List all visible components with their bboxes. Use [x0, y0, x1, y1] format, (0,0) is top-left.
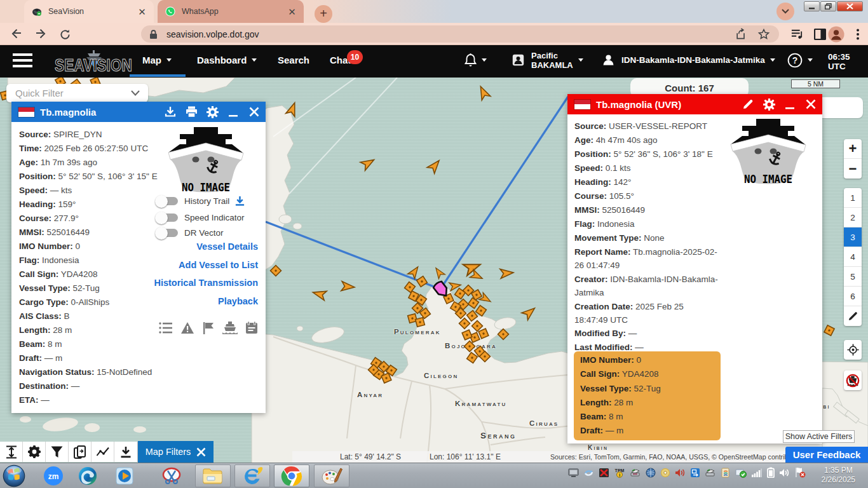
- tray-printer2-icon[interactable]: [705, 468, 716, 478]
- vessel-marker-dia[interactable]: [498, 329, 509, 340]
- tab-close-icon[interactable]: ✕: [287, 6, 297, 17]
- map-filters-tab[interactable]: Map Filters: [138, 441, 214, 463]
- zoom-level-3[interactable]: 3: [844, 227, 862, 247]
- measure-button[interactable]: [0, 442, 23, 462]
- tray-input-icon[interactable]: [690, 468, 700, 478]
- window-close-button[interactable]: [837, 1, 863, 11]
- browser-menu-button[interactable]: [850, 26, 866, 43]
- new-tab-button[interactable]: +: [315, 5, 332, 23]
- forward-button[interactable]: [32, 26, 49, 43]
- popup-header[interactable]: Tb.magnolia (UVR): [567, 94, 822, 114]
- taskbar-wmp[interactable]: [113, 464, 136, 487]
- taskbar-edge[interactable]: [76, 464, 99, 487]
- nav-search[interactable]: Search: [278, 45, 309, 75]
- popup-header[interactable]: Tb.magnolia: [11, 102, 266, 122]
- quick-filter-dropdown[interactable]: Quick Filter: [6, 84, 148, 102]
- tray-globe-icon[interactable]: [646, 468, 656, 478]
- taskbar-ie[interactable]: [234, 464, 270, 487]
- vessel-marker-dia[interactable]: [416, 275, 428, 288]
- nav-map[interactable]: Map: [142, 45, 172, 75]
- vessel-marker-dart[interactable]: [500, 268, 514, 279]
- taskbar-zoom[interactable]: zm: [42, 464, 65, 487]
- taskbar-clock[interactable]: 1:35 PM2/26/2025: [822, 466, 855, 485]
- filter-button[interactable]: [46, 442, 69, 462]
- tray-check-icon[interactable]: [735, 468, 747, 478]
- vessel-marker-dart[interactable]: [286, 101, 299, 116]
- account-menu[interactable]: PacificBAKAMLA: [512, 45, 583, 75]
- tab-whatsapp[interactable]: WhatsApp ✕: [158, 0, 304, 23]
- notes-icon[interactable]: [245, 322, 258, 334]
- user-feedback-button[interactable]: User Feedback: [785, 447, 868, 463]
- settings-button[interactable]: [206, 105, 219, 118]
- back-button[interactable]: [8, 26, 25, 43]
- history-trail-toggle[interactable]: History Trail: [157, 196, 245, 207]
- download-button[interactable]: [114, 442, 137, 462]
- tray-speaker-icon[interactable]: [779, 468, 790, 478]
- tray-tpm-icon[interactable]: TPMi: [614, 468, 625, 478]
- vessel-marker-dia[interactable]: [472, 321, 483, 332]
- toggle-track[interactable]: [157, 229, 178, 237]
- close-button[interactable]: [248, 105, 261, 118]
- settings-button[interactable]: [763, 98, 775, 111]
- window-minimize-button[interactable]: [804, 1, 820, 11]
- download-button[interactable]: [164, 105, 177, 118]
- vessel-marker-dia[interactable]: [403, 281, 416, 293]
- help-button[interactable]: ?: [787, 45, 813, 75]
- side-panel-button[interactable]: [811, 26, 828, 43]
- address-bar[interactable]: seavision.volpe.dot.gov: [141, 25, 779, 43]
- tray-sync-icon[interactable]: [583, 468, 594, 478]
- zoom-level-5[interactable]: 5: [844, 267, 862, 287]
- zoom-level-4[interactable]: 4: [844, 247, 862, 267]
- hide-vessels-button[interactable]: [844, 370, 862, 390]
- list-icon[interactable]: [159, 322, 173, 334]
- tray-printer-icon[interactable]: [630, 468, 641, 478]
- vessel-marker-dart[interactable]: [433, 266, 445, 278]
- link-vessel-details[interactable]: Vessel Details: [11, 241, 258, 252]
- zoom-in-button[interactable]: +: [844, 139, 862, 159]
- print-button[interactable]: [185, 105, 198, 118]
- link-historical-transmission[interactable]: Historical Transmission: [11, 278, 258, 288]
- user-menu[interactable]: IDN-Bakamla-IDN-Bakamla-Jatmika: [602, 45, 775, 75]
- vessel-marker-dart[interactable]: [341, 281, 355, 292]
- taskbar-snip[interactable]: [160, 464, 183, 487]
- profile-avatar[interactable]: [828, 26, 844, 43]
- vessel-marker-dia[interactable]: [271, 266, 281, 276]
- download-trail-icon[interactable]: [234, 196, 245, 207]
- flag-icon[interactable]: [202, 322, 215, 334]
- minimize-button[interactable]: [783, 98, 796, 111]
- reload-button[interactable]: [57, 26, 73, 43]
- tray-update-icon[interactable]: [721, 468, 731, 478]
- warning-icon[interactable]: [180, 322, 194, 334]
- media-controls-button[interactable]: [789, 26, 806, 43]
- vessel-marker-dia[interactable]: [822, 323, 836, 337]
- menu-button[interactable]: [13, 45, 32, 75]
- window-restore-button[interactable]: [820, 1, 836, 11]
- settings-button[interactable]: [23, 442, 46, 462]
- edit-button[interactable]: [742, 98, 754, 111]
- nav-dashboard[interactable]: Dashboard: [197, 45, 257, 75]
- tab-seavision[interactable]: SeaVision ✕: [24, 0, 154, 23]
- seavision-logo[interactable]: SEAVISION: [55, 50, 139, 76]
- tray-display-icon[interactable]: [568, 468, 579, 478]
- vessel-marker-dart[interactable]: [311, 288, 327, 301]
- vessel-marker-dart[interactable]: [477, 85, 491, 100]
- notifications-button[interactable]: [465, 45, 487, 75]
- vessel-marker-dia[interactable]: [459, 318, 470, 329]
- toggle-track[interactable]: [157, 197, 178, 205]
- vessel-marker-dart[interactable]: [463, 259, 482, 275]
- tab-close-icon[interactable]: ✕: [137, 6, 147, 17]
- zoom-level-1[interactable]: 1: [844, 188, 862, 208]
- ship-icon[interactable]: [222, 322, 238, 334]
- zoom-out-button[interactable]: −: [844, 159, 862, 179]
- tab-search-button[interactable]: [776, 3, 794, 20]
- taskbar-chrome[interactable]: [274, 464, 309, 487]
- close-icon[interactable]: [196, 447, 206, 457]
- taskbar-explorer[interactable]: [195, 464, 231, 487]
- bookmark-star-icon[interactable]: [757, 28, 770, 41]
- vessel-marker-dart[interactable]: [522, 304, 538, 320]
- taskbar-start[interactable]: [3, 464, 25, 487]
- close-button[interactable]: [804, 98, 817, 111]
- tray-battery-icon[interactable]: [767, 467, 775, 478]
- share-view-button[interactable]: [69, 442, 92, 462]
- tray-flag-alert-icon[interactable]: [794, 467, 806, 478]
